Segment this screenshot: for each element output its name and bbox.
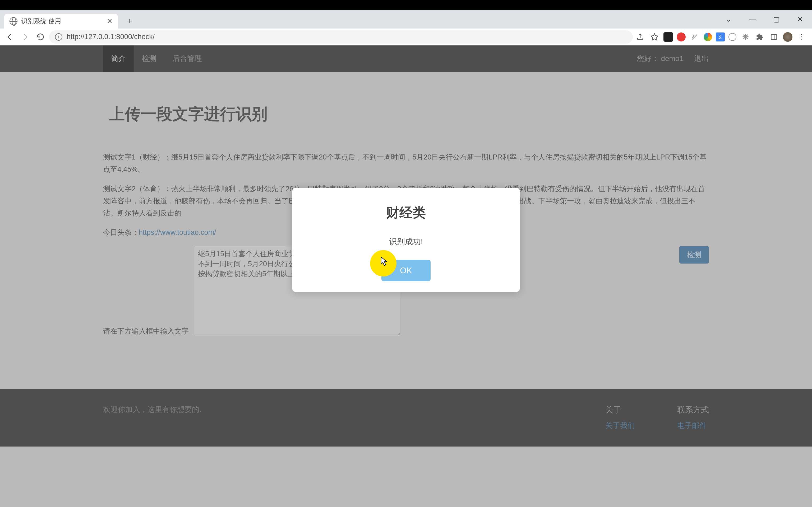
extension-icon-1[interactable]	[663, 32, 673, 42]
site-info-icon[interactable]: i	[55, 33, 62, 41]
new-tab-button[interactable]: +	[123, 14, 136, 27]
profile-avatar-icon[interactable]	[783, 32, 793, 42]
url-text: http://127.0.0.1:8000/check/	[67, 33, 155, 41]
window-maximize-icon[interactable]: ▢	[764, 10, 788, 29]
globe-icon	[9, 17, 17, 25]
browser-tabbar: 识别系统 使用 ✕ + ⌄ — ▢ ✕	[0, 10, 812, 29]
url-field[interactable]: i http://127.0.0.1:8000/check/	[49, 31, 633, 44]
bookmark-star-icon[interactable]	[649, 32, 660, 42]
translate-icon[interactable]: 文	[716, 33, 725, 42]
tab-search-icon[interactable]: ⌄	[717, 10, 741, 29]
extension-icon-7[interactable]: ❋	[740, 32, 751, 42]
result-modal: 财经类 识别成功! OK	[292, 188, 520, 292]
reload-button[interactable]	[34, 31, 47, 44]
modal-message: 识别成功!	[303, 236, 509, 247]
svg-rect-0	[771, 34, 777, 39]
browser-addressbar: i http://127.0.0.1:8000/check/ 文 ❋	[0, 29, 812, 45]
window-minimize-icon[interactable]: —	[741, 10, 764, 29]
tab-title: 识别系统 使用	[21, 17, 61, 25]
chrome-menu-icon[interactable]: ⋮	[796, 32, 807, 42]
browser-tab-active[interactable]: 识别系统 使用 ✕	[4, 14, 118, 29]
forward-button[interactable]	[18, 31, 32, 44]
close-tab-icon[interactable]: ✕	[107, 17, 113, 25]
window-close-icon[interactable]: ✕	[788, 10, 812, 29]
sidepanel-icon[interactable]	[769, 32, 779, 42]
back-button[interactable]	[3, 31, 16, 44]
extension-icon-2[interactable]	[677, 33, 686, 42]
os-titlebar	[0, 0, 812, 10]
extension-icon-6[interactable]	[728, 33, 737, 41]
extension-icon-4[interactable]	[704, 33, 712, 41]
modal-title: 财经类	[303, 204, 509, 222]
share-icon[interactable]	[635, 32, 646, 42]
extensions-puzzle-icon[interactable]	[754, 32, 765, 42]
modal-ok-button[interactable]: OK	[382, 260, 430, 281]
extension-icon-3[interactable]	[689, 32, 700, 42]
